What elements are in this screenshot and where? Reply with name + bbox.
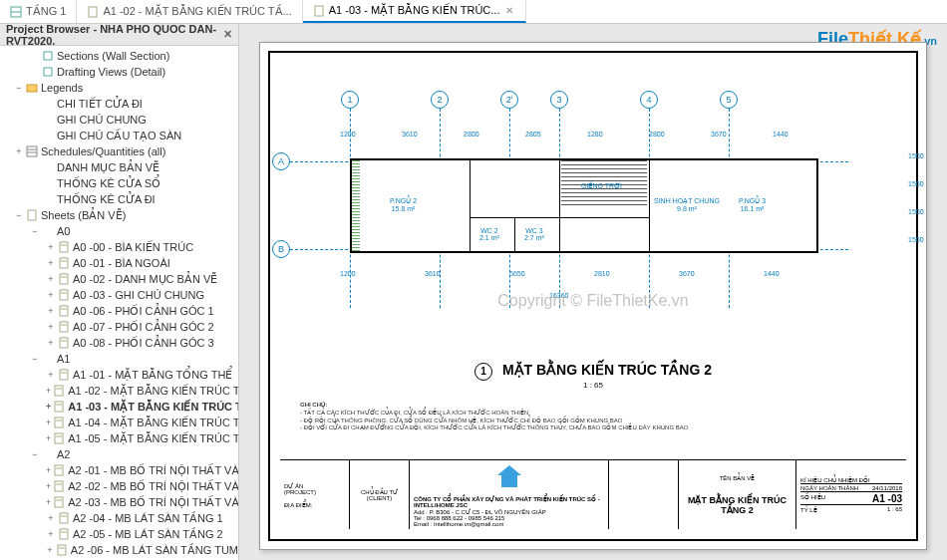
tree-node[interactable]: THỐNG KÊ CỬA ĐI bbox=[0, 191, 238, 207]
tree-label: Sheets (BẢN VẼ) bbox=[41, 209, 126, 222]
tree-label: A1 -03 - MẶT BẰNG KIẾN TRÚC TẦNG 2 bbox=[68, 401, 238, 414]
expand-icon[interactable]: + bbox=[46, 338, 56, 348]
expand-icon[interactable]: + bbox=[46, 402, 51, 412]
expand-icon[interactable]: + bbox=[46, 290, 56, 300]
project-tree[interactable]: Sections (Wall Section)Drafting Views (D… bbox=[0, 46, 238, 560]
tree-node[interactable]: CHI TIẾT CỬA ĐI bbox=[0, 96, 238, 112]
tree-node[interactable]: GHI CHÚ CẤU TẠO SÀN bbox=[0, 128, 238, 143]
tab-a1-03[interactable]: A1 -03 - MẶT BẰNG KIẾN TRÚC... ✕ bbox=[303, 0, 527, 23]
dimension: 1440 bbox=[773, 131, 789, 138]
tree-node[interactable]: +A2 -02 - MB BỐ TRÍ NỘI THẤT VÀ CỬA TẦNG bbox=[0, 478, 238, 494]
expand-icon[interactable]: + bbox=[46, 258, 56, 268]
tree-node[interactable]: GHI CHÚ CHUNG bbox=[0, 112, 238, 128]
sheet-icon bbox=[53, 464, 65, 476]
expand-icon[interactable]: + bbox=[46, 322, 56, 332]
tree-node[interactable]: −Sheets (BẢN VẼ) bbox=[0, 207, 238, 223]
svg-rect-43 bbox=[60, 529, 68, 539]
tree-node[interactable]: +A0 -02 - DANH MỤC BẢN VẼ bbox=[0, 271, 238, 287]
close-icon[interactable]: ✕ bbox=[223, 28, 232, 41]
sheet-icon bbox=[58, 369, 70, 381]
dimension: 1440 bbox=[764, 270, 780, 277]
tree-node[interactable]: +A1 -03 - MẶT BẰNG KIẾN TRÚC TẦNG 2 bbox=[0, 399, 238, 415]
tree-node[interactable]: +A1 -01 - MẶT BẰNG TỔNG THỂ bbox=[0, 367, 238, 383]
tree-label: A2 bbox=[57, 448, 70, 460]
tree-node[interactable]: +A2 -04 - MB LÁT SÀN TẦNG 1 bbox=[0, 510, 238, 526]
tree-node[interactable]: +A1 -05 - MẶT BẰNG KIẾN TRÚC TẦNG MÁI bbox=[0, 430, 238, 446]
dimension: 1200 bbox=[340, 131, 356, 138]
expand-icon[interactable]: + bbox=[46, 274, 56, 284]
dimension: 5650 bbox=[509, 270, 525, 277]
sched-icon bbox=[26, 145, 38, 157]
sheet-icon bbox=[53, 417, 65, 428]
tree-label: A0 -08 - PHỐI CẢNH GÓC 3 bbox=[73, 337, 214, 350]
tree-node[interactable]: THỐNG KÊ CỬA SỔ bbox=[0, 175, 238, 191]
expand-icon[interactable]: + bbox=[46, 481, 51, 491]
sheet-icon bbox=[53, 401, 65, 413]
tree-node[interactable]: −A2 bbox=[0, 446, 238, 462]
tree-node[interactable]: +A0 -01 - BÌA NGOÀI bbox=[0, 255, 238, 271]
tree-node[interactable]: +A2 -01 - MB BỐ TRÍ NỘI THẤT VÀ CỬA TẦNG bbox=[0, 462, 238, 478]
expand-icon[interactable]: + bbox=[46, 433, 51, 443]
expand-icon[interactable]: − bbox=[30, 449, 40, 459]
expand-icon[interactable]: + bbox=[46, 529, 56, 539]
tree-node[interactable]: +A2 -06 - MB LÁT SÀN TẦNG TUM bbox=[0, 542, 238, 558]
tab-tang1[interactable]: TẦNG 1 bbox=[0, 0, 77, 23]
expand-icon[interactable]: + bbox=[46, 242, 56, 252]
tree-node[interactable]: −A1 bbox=[0, 351, 238, 367]
tree-node[interactable]: Sections (Wall Section) bbox=[0, 48, 238, 64]
sec-icon bbox=[42, 50, 54, 62]
tree-node[interactable]: −A0 bbox=[0, 223, 238, 239]
expand-icon[interactable]: + bbox=[46, 306, 56, 316]
drawing-canvas[interactable]: FileThiết Kế.vn 122'345 A B bbox=[239, 24, 947, 560]
expand-icon[interactable]: − bbox=[14, 210, 24, 220]
tree-node[interactable]: +A0 -06 - PHỐI CẢNH GÓC 1 bbox=[0, 303, 238, 319]
tree-node[interactable]: +A2 -03 - MB BỐ TRÍ NỘI THẤT VÀ CỬA TẦNG bbox=[0, 494, 238, 510]
expand-icon[interactable]: − bbox=[14, 83, 24, 93]
tree-label: GHI CHÚ CHUNG bbox=[57, 114, 147, 126]
svg-rect-3 bbox=[315, 6, 323, 16]
expand-icon[interactable]: + bbox=[46, 418, 51, 427]
tree-label: Legends bbox=[41, 82, 83, 94]
close-icon[interactable]: ✕ bbox=[503, 5, 515, 16]
dimension: 1200 bbox=[340, 270, 356, 277]
sheet-icon bbox=[58, 305, 70, 317]
expand-icon[interactable]: − bbox=[30, 354, 40, 364]
room-label: P.NGỦ 316.1 m² bbox=[739, 197, 766, 212]
expand-icon[interactable]: + bbox=[46, 370, 56, 380]
expand-icon[interactable]: + bbox=[46, 545, 54, 555]
company-logo-icon bbox=[495, 463, 523, 491]
tree-node[interactable]: +Schedules/Quantities (all) bbox=[0, 143, 238, 159]
tree-label: A2 -01 - MB BỐ TRÍ NỘI THẤT VÀ CỬA TẦNG bbox=[68, 464, 238, 477]
sheet-paper: 122'345 A B bbox=[259, 42, 927, 550]
svg-marker-65 bbox=[497, 465, 521, 487]
tree-label: A1 -05 - MẶT BẰNG KIẾN TRÚC TẦNG MÁI bbox=[68, 432, 238, 445]
floor-plan: 122'345 A B bbox=[300, 113, 876, 312]
tree-node[interactable]: +A0 -08 - PHỐI CẢNH GÓC 3 bbox=[0, 335, 238, 351]
sheets-icon bbox=[26, 209, 38, 221]
tab-a1-02[interactable]: A1 -02 - MẶT BẰNG KIẾN TRÚC TẦ... bbox=[77, 0, 302, 23]
tree-node[interactable]: +A1 -02 - MẶT BẰNG KIẾN TRÚC TẦNG 1 bbox=[0, 383, 238, 399]
tree-node[interactable]: +A2 -05 - MB LÁT SÀN TẦNG 2 bbox=[0, 526, 238, 542]
grid-bubble: 3 bbox=[550, 91, 568, 109]
tree-node[interactable]: +A1 -04 - MẶT BẰNG KIẾN TRÚC TẦNG TUM bbox=[0, 415, 238, 430]
grid-bubble: 2 bbox=[431, 91, 449, 109]
tree-node[interactable]: +A0 -00 - BÌA KIẾN TRÚC bbox=[0, 239, 238, 255]
tree-label: A1 bbox=[57, 353, 70, 365]
tree-node[interactable]: DANH MỤC BẢN VẼ bbox=[0, 159, 238, 175]
tree-label: A0 -02 - DANH MỤC BẢN VẼ bbox=[73, 273, 217, 286]
expand-icon[interactable]: − bbox=[30, 226, 40, 236]
tab-label: A1 -02 - MẶT BẰNG KIẾN TRÚC TẦ... bbox=[103, 5, 291, 18]
blank-icon bbox=[42, 353, 54, 365]
expand-icon[interactable]: + bbox=[46, 513, 56, 523]
sheet-icon bbox=[58, 528, 70, 540]
tree-node[interactable]: +A0 -07 - PHỐI CẢNH GÓC 2 bbox=[0, 319, 238, 335]
tree-label: DANH MỤC BẢN VẼ bbox=[57, 161, 159, 174]
expand-icon[interactable]: + bbox=[46, 497, 51, 507]
expand-icon[interactable]: + bbox=[46, 386, 51, 396]
tree-node[interactable]: Drafting Views (Detail) bbox=[0, 64, 238, 80]
tree-node[interactable]: −Legends bbox=[0, 80, 238, 96]
tree-node[interactable]: +A0 -03 - GHI CHÚ CHUNG bbox=[0, 287, 238, 303]
expand-icon[interactable]: + bbox=[14, 146, 24, 156]
expand-icon[interactable]: + bbox=[46, 465, 51, 475]
svg-rect-7 bbox=[27, 146, 37, 156]
